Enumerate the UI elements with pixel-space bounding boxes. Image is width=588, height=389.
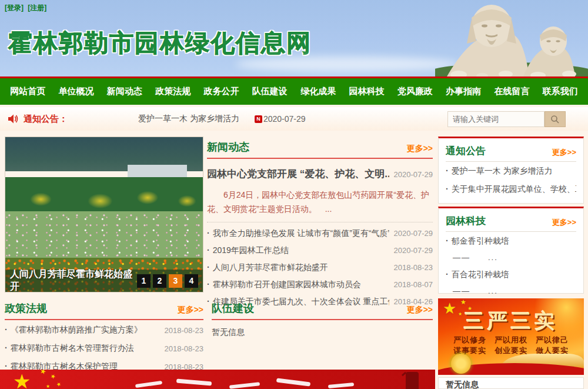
nav-team[interactable]: 队伍建设: [252, 86, 288, 97]
garden-tech-box: 园林科技 更多>> 郁金香引种栽培 —— ... 百合花引种栽培 —— ...: [438, 207, 584, 294]
notices-box: 通知公告 更多>> 爱护一草一木 为家乡增活力 关于集中开展花园式单位、学校、工…: [438, 137, 584, 204]
bottom-propaganda-banner[interactable]: ★ ★ ★ ★ ★: [0, 370, 435, 389]
carousel-photo-trees: [5, 177, 203, 211]
news-item-date: 2018-08-07: [394, 280, 433, 289]
team-empty-text: 暂无信息: [212, 327, 433, 338]
nav-party-conduct[interactable]: 党风廉政: [397, 86, 433, 97]
register-link[interactable]: [注册]: [28, 4, 46, 12]
news-list-item[interactable]: 2019年园林工作总结 2020-07-29: [207, 242, 433, 259]
search-input[interactable]: [447, 111, 544, 127]
page: [登录] [注册] 霍林郭勒市园林绿化信息网: [0, 0, 588, 389]
policy-header: 政策法规 更多>>: [5, 301, 203, 320]
nav-news[interactable]: 新闻动态: [107, 86, 142, 97]
nav-service-guide[interactable]: 办事指南: [446, 86, 481, 97]
banner-title: 三严三实: [438, 308, 584, 335]
nav-garden-tech[interactable]: 园林科技: [349, 86, 384, 97]
team-header: 队伍建设 更多>>: [212, 301, 433, 320]
news-title: 新闻动态: [207, 140, 249, 154]
news-header: 新闻动态 更多>>: [207, 140, 433, 159]
sidebar-empty-text: 暂无信息: [446, 380, 576, 389]
garden-tech-more-link[interactable]: 更多>>: [552, 217, 576, 228]
tech-list-item[interactable]: 百合花引种栽培: [446, 265, 576, 284]
notice-list-item[interactable]: 爱护一草一木 为家乡增活力: [446, 162, 576, 180]
site-header: [登录] [注册] 霍林郭勒市园林绿化信息网: [0, 0, 588, 77]
star-icon: ★: [39, 370, 48, 376]
news-headline-row: 园林中心党支部开展 “爱花、护花、文明... 2020-07-29: [207, 167, 433, 181]
news-section: 新闻动态 更多>> 园林中心党支部开展 “爱花、护花、文明... 2020-07…: [207, 140, 433, 310]
nav-greening-results[interactable]: 绿化成果: [300, 86, 336, 97]
cloud-decoration: [235, 56, 459, 72]
nav-about[interactable]: 单位概况: [58, 86, 93, 97]
tech-item-sub: —— ...: [446, 250, 576, 265]
speaker-icon: [7, 114, 19, 124]
policy-list-item[interactable]: 霍林郭勒市古树名木管理暂行办法 2018-08-23: [5, 340, 203, 357]
policy-item-text: 《霍林郭勒市林荫路推广实施方案》: [5, 325, 142, 335]
calligraphy-decoration: [229, 382, 260, 388]
notices-more-link[interactable]: 更多>>: [552, 147, 576, 158]
news-more-link[interactable]: 更多>>: [407, 144, 433, 154]
star-icon: ★: [55, 381, 63, 388]
star-icon: ★: [46, 384, 50, 389]
carousel-page-2[interactable]: 2: [153, 274, 166, 288]
notice-list-item[interactable]: 关于集中开展花园式单位、学校、工厂...: [446, 180, 576, 198]
news-list-item[interactable]: 人间八月芳菲尽霍市鲜花始盛开 2018-08-23: [207, 259, 433, 276]
policy-more-link[interactable]: 更多>>: [178, 305, 203, 315]
policy-item-date: 2018-08-23: [165, 326, 204, 335]
calligraphy-decoration: [135, 381, 162, 388]
site-title: 霍林郭勒市园林绿化信息网: [8, 27, 312, 59]
nav-gov-affairs[interactable]: 政务公开: [203, 86, 239, 97]
notices-box-header: 通知公告 更多>>: [446, 144, 576, 162]
nav-home[interactable]: 网站首页: [10, 86, 45, 97]
team-title: 队伍建设: [212, 301, 254, 315]
policy-title: 政策法规: [5, 301, 47, 315]
photo-carousel[interactable]: 人间八月芳菲尽霍市鲜花始盛开 1 2 3 4: [5, 137, 203, 292]
carousel-caption[interactable]: 人间八月芳菲尽霍市鲜花始盛开: [10, 268, 137, 292]
policy-list-item[interactable]: 《霍林郭勒市林荫路推广实施方案》 2018-08-23: [5, 322, 203, 338]
ticker-link[interactable]: 爱护一草一木 为家乡增活力: [138, 114, 239, 124]
nav-contact[interactable]: 联系我们: [543, 86, 578, 97]
tech-item-sub: —— ...: [446, 284, 576, 299]
login-link[interactable]: [登录]: [5, 4, 24, 12]
three-stricts-banner[interactable]: ★ ★ ★ ★ 三严三实 严以修身 严以用权 严以律己 谋事要实 创业要实 做人…: [438, 298, 584, 375]
star-icon: ★: [13, 370, 31, 389]
dotted-divider: [207, 222, 433, 222]
calligraphy-decoration: [328, 383, 354, 388]
team-section: 队伍建设 更多>> 暂无信息: [212, 301, 433, 338]
carousel-caption-bar: 人间八月芳菲尽霍市鲜花始盛开 1 2 3 4: [5, 270, 203, 292]
star-icon: ★: [460, 298, 466, 306]
news-list-item[interactable]: 霍林郭勒市召开创建国家园林城市动员会 2018-08-07: [207, 276, 433, 293]
news-item-text: 霍林郭勒市召开创建国家园林城市动员会: [207, 280, 361, 290]
search-area: [447, 111, 566, 127]
carousel-pager: 1 2 3 4: [137, 274, 198, 288]
carousel-page-1[interactable]: 1: [137, 274, 151, 288]
news-headline-link[interactable]: 园林中心党支部开展 “爱花、护花、文明...: [207, 167, 389, 181]
calligraphy-decoration: [176, 378, 212, 385]
search-button[interactable]: [544, 111, 566, 127]
carousel-photo-pink-flowers: [5, 211, 203, 258]
search-icon: [550, 115, 560, 124]
statue-silhouette: [406, 372, 419, 389]
team-more-link[interactable]: 更多>>: [407, 305, 433, 315]
news-item-date: 2018-08-23: [394, 263, 433, 272]
garden-tech-header: 园林科技 更多>>: [446, 214, 576, 232]
news-item-text: 2019年园林工作总结: [207, 245, 289, 256]
banner-slogan-1: 严以修身 严以用权 严以律己: [438, 335, 584, 345]
star-icon: ★: [49, 372, 57, 380]
news-summary[interactable]: 6月24日，园林中心党支部在敖包山芍药园开展“爱花、护花、文明赏花”主题党日活动…: [207, 188, 433, 216]
notice-bar: 通知公告： 爱护一草一木 为家乡增活力 N 2020-07-29: [0, 107, 588, 131]
garden-tech-title: 园林科技: [446, 214, 486, 228]
notices-box-title: 通知公告: [446, 144, 486, 158]
carousel-page-4[interactable]: 4: [185, 274, 198, 288]
ticker-date: 2020-07-29: [263, 114, 306, 124]
new-badge-icon: N: [255, 115, 262, 123]
calligraphy-decoration: [276, 378, 310, 386]
nav-policy[interactable]: 政策法规: [155, 86, 191, 97]
news-item-date: 2020-07-29: [394, 229, 433, 238]
genghis-khan-statue-image: [435, 0, 588, 77]
nav-online-message[interactable]: 在线留言: [494, 86, 529, 97]
tech-list-item[interactable]: 郁金香引种栽培: [446, 232, 576, 250]
policy-item-date: 2018-08-23: [165, 344, 204, 353]
policy-section: 政策法规 更多>> 《霍林郭勒市林荫路推广实施方案》 2018-08-23 霍林…: [5, 301, 203, 375]
carousel-page-3[interactable]: 3: [169, 274, 182, 288]
news-list-item[interactable]: 我市全力助推绿色发展 让城市有“颜值”更有“气质” 2020-07-29: [207, 225, 433, 242]
